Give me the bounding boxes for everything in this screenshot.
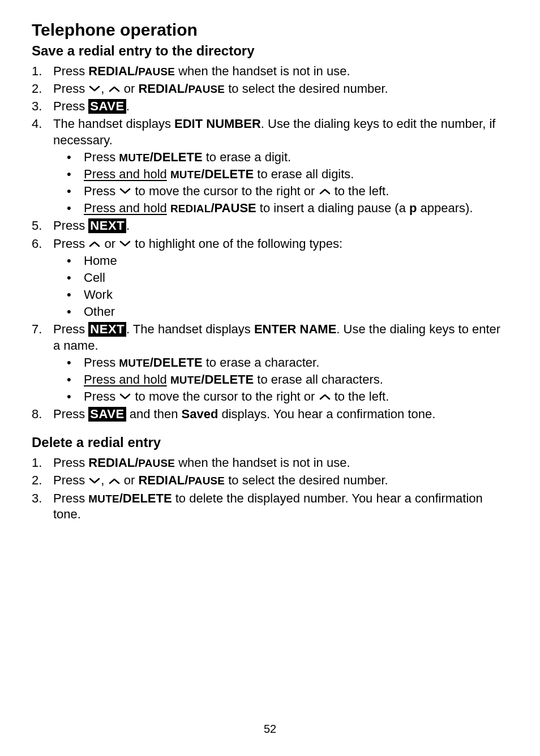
- p-label: p: [409, 201, 417, 215]
- delete-label: /DELETE: [201, 372, 254, 386]
- chevron-up-icon: [108, 472, 121, 488]
- step-3: Press MUTE/DELETE to delete the displaye…: [32, 491, 508, 522]
- redial-label: REDIAL/: [88, 64, 138, 78]
- text: to the left.: [331, 389, 389, 403]
- chevron-down-icon: [119, 388, 131, 404]
- save-key: SAVE: [88, 407, 126, 422]
- text: .: [126, 218, 130, 233]
- text: and then: [126, 407, 182, 421]
- text: when the handset is not in use.: [175, 456, 350, 470]
- text: Press: [53, 218, 88, 233]
- chevron-down-icon: [88, 80, 101, 96]
- chevron-up-icon: [319, 388, 331, 404]
- delete-label: /DELETE: [201, 167, 254, 181]
- delete-label: /DELETE: [119, 491, 172, 505]
- next-key: NEXT: [88, 218, 126, 233]
- text: to highlight one of the following types:: [131, 237, 342, 251]
- text: Press: [53, 473, 88, 487]
- press-and-hold: Press and hold: [84, 167, 167, 181]
- text: The handset displays: [53, 117, 174, 131]
- text: to select the desired number.: [225, 81, 388, 96]
- sub-item: Work: [63, 287, 508, 303]
- sub-item: Home: [63, 253, 508, 269]
- step-1: Press REDIAL/PAUSE when the handset is n…: [32, 455, 508, 471]
- chevron-down-icon: [88, 472, 101, 488]
- sub-item: Press MUTE/DELETE to erase a character.: [63, 355, 508, 371]
- mute-label: MUTE: [119, 357, 149, 369]
- sub-item: Press and hold MUTE/DELETE to erase all …: [63, 372, 508, 388]
- press-and-hold: Press and hold: [84, 201, 167, 215]
- text: or: [101, 237, 119, 251]
- text: or: [121, 81, 139, 96]
- text: or: [121, 473, 139, 487]
- sub-list: Press MUTE/DELETE to erase a digit. Pres…: [63, 149, 508, 217]
- text: Press: [84, 184, 119, 198]
- text: Work: [84, 287, 113, 302]
- step-5: Press NEXT.: [32, 218, 508, 234]
- text: Press: [53, 491, 88, 505]
- text: Press: [53, 407, 88, 421]
- text: Press: [53, 237, 88, 251]
- pause-label: PAUSE: [138, 457, 175, 469]
- text: to insert a dialing pause (a: [256, 201, 409, 215]
- saved-label: Saved: [182, 407, 218, 421]
- text: displays. You hear a confirmation tone.: [218, 407, 435, 421]
- sub-item: Press to move the cursor to the right or…: [63, 183, 508, 199]
- text: Press: [53, 322, 88, 336]
- mute-label: MUTE: [119, 152, 149, 164]
- sub-item: Other: [63, 304, 508, 320]
- sub-item: Press to move the cursor to the right or…: [63, 389, 508, 405]
- section-heading-save-redial: Save a redial entry to the directory: [32, 43, 508, 59]
- redial-label: REDIAL: [170, 203, 211, 214]
- sub-item: Press and hold REDIAL/PAUSE to insert a …: [63, 200, 508, 216]
- mute-label: MUTE: [170, 374, 201, 386]
- step-4: The handset displays EDIT NUMBER. Use th…: [32, 116, 508, 216]
- sub-list: Press MUTE/DELETE to erase a character. …: [63, 355, 508, 405]
- text: appears).: [417, 201, 473, 215]
- redial-label: REDIAL/: [138, 81, 188, 96]
- text: to select the desired number.: [225, 473, 388, 487]
- pause-label: PAUSE: [188, 83, 225, 95]
- sub-item: Cell: [63, 270, 508, 286]
- step-2: Press , or REDIAL/PAUSE to select the de…: [32, 472, 508, 488]
- text: Press: [53, 81, 88, 96]
- sub-item: Press MUTE/DELETE to erase a digit.: [63, 149, 508, 165]
- section-heading-delete-redial: Delete a redial entry: [32, 435, 508, 450]
- steps-list-section1: Press REDIAL/PAUSE when the handset is n…: [32, 63, 508, 422]
- text: to erase a character.: [203, 355, 320, 370]
- text: Press: [53, 64, 88, 78]
- step-3: Press SAVE.: [32, 98, 508, 114]
- text: ,: [101, 81, 108, 96]
- chevron-up-icon: [108, 80, 121, 96]
- text: to erase all digits.: [254, 167, 354, 181]
- delete-label: /DELETE: [150, 150, 203, 164]
- pause-label: PAUSE: [188, 475, 225, 487]
- text: Press: [84, 150, 119, 164]
- text: to move the cursor to the right or: [131, 389, 318, 403]
- page-number: 52: [0, 723, 540, 736]
- redial-label: REDIAL/: [138, 473, 188, 487]
- text: ,: [101, 473, 108, 487]
- text: to erase a digit.: [203, 150, 292, 164]
- text: Home: [84, 254, 117, 268]
- text: .: [126, 99, 130, 113]
- step-8: Press SAVE and then Saved displays. You …: [32, 406, 508, 422]
- redial-label: REDIAL/: [88, 456, 138, 470]
- text: Cell: [84, 270, 105, 285]
- pause-label: /PAUSE: [211, 201, 256, 215]
- chevron-down-icon: [119, 235, 131, 251]
- text: Press: [53, 456, 88, 470]
- chevron-down-icon: [119, 183, 131, 199]
- mute-label: MUTE: [170, 169, 201, 181]
- text: Other: [84, 304, 115, 319]
- text: Press: [53, 99, 88, 113]
- text: Press: [84, 389, 119, 403]
- mute-label: MUTE: [88, 493, 119, 505]
- step-1: Press REDIAL/PAUSE when the handset is n…: [32, 63, 508, 79]
- steps-list-section2: Press REDIAL/PAUSE when the handset is n…: [32, 455, 508, 522]
- text: Press: [84, 355, 119, 370]
- save-key: SAVE: [88, 99, 126, 114]
- chevron-up-icon: [88, 235, 101, 251]
- sub-list: Home Cell Work Other: [63, 253, 508, 320]
- page-container: Telephone operation Save a redial entry …: [0, 0, 540, 756]
